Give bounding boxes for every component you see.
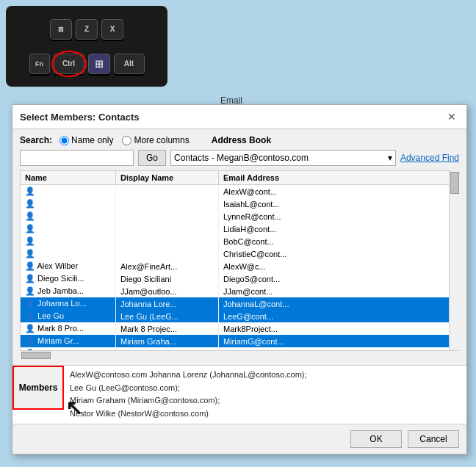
person-icon: 👤 (25, 249, 35, 258)
table-row[interactable]: 👤AlexW@cont... (21, 185, 459, 198)
cell-email: Mark8Project... (219, 322, 459, 335)
col-email: Email Address (219, 171, 459, 185)
cell-email: AlexW@c... (219, 260, 459, 272)
key-alt: Alt (114, 54, 145, 74)
ok-button[interactable]: OK (350, 430, 402, 448)
key-symbol: ⊠ (50, 19, 72, 40)
table-row[interactable]: 👤 Mark 8 Pro...Mark 8 Projec...Mark8Proj… (21, 322, 459, 335)
cell-display: Miriam Graha... (116, 335, 219, 347)
horizontal-scrollbar[interactable] (20, 350, 459, 359)
cell-display (116, 185, 219, 198)
contacts-table-wrapper: Name Display Name Email Address 👤AlexW@c… (20, 170, 459, 350)
cell-display: Lee Gu (LeeG... (116, 310, 219, 322)
person-icon: 👤 (25, 311, 35, 320)
cursor-arrow-icon: ↖ (65, 396, 82, 420)
cell-display: Nestor Wilke (... (116, 347, 219, 350)
table-row[interactable]: 👤 Miriam Gr...Miriam Graha...MiriamG@con… (21, 335, 459, 347)
cell-email: LidiaH@cont... (219, 222, 459, 235)
members-line4: Nestor Wilke (NestorW@contoso.com) (70, 409, 209, 418)
members-line3: Miriam Graham (MiriamG@contoso.com); (70, 396, 220, 405)
person-icon: 👤 (25, 336, 35, 345)
dialog-body: Search: Name only More columns Address B… (12, 129, 466, 365)
table-row[interactable]: 👤LynneR@cont... (21, 210, 459, 222)
cell-display: Alex@FineArt... (116, 260, 219, 272)
address-book-label: Address Book (212, 135, 271, 145)
search-controls: Go Contacts - MeganB@contoso.com ▾ Advan… (20, 150, 459, 166)
person-icon: 👤 (25, 211, 35, 220)
person-icon: 👤 (25, 299, 35, 308)
close-button[interactable]: ✕ (444, 109, 459, 124)
dropdown-arrow-icon: ▾ (388, 153, 392, 163)
key-z: Z (76, 19, 98, 40)
contacts-table: Name Display Name Email Address 👤AlexW@c… (20, 170, 459, 350)
dialog-footer: OK Cancel (12, 424, 466, 454)
table-row[interactable]: 👤 Diego Sicili...Diego SicilianiDiegoS@c… (21, 272, 459, 285)
radio-more-columns-input[interactable] (122, 136, 131, 145)
table-row[interactable]: 👤IsaiahL@cont... (21, 198, 459, 210)
cell-name: 👤 Diego Sicili... (21, 272, 116, 285)
cell-email: IsaiahL@cont... (219, 198, 459, 210)
person-icon: 👤 (25, 286, 35, 295)
cell-email: JJam@cont... (219, 285, 459, 297)
select-members-dialog: Select Members: Contacts ✕ Search: Name … (12, 104, 467, 455)
cell-name: 👤 Miriam Gr... (21, 335, 116, 347)
cell-name: 👤 Mark 8 Pro... (21, 322, 116, 335)
cell-email: NestorW@cont... (219, 347, 459, 350)
key-ctrl: Ctrl (54, 54, 84, 74)
person-icon: 👤 (25, 199, 35, 208)
table-row[interactable]: 👤ChristieC@cont... (21, 247, 459, 260)
key-x: X (101, 19, 123, 40)
cell-display (116, 198, 219, 210)
members-button[interactable]: Members (12, 366, 64, 410)
cell-display: Diego Siciliani (116, 272, 219, 285)
cell-display (116, 210, 219, 222)
table-row[interactable]: 👤 Nestor Wil...Nestor Wilke (...NestorW@… (21, 347, 459, 350)
cell-name: 👤 Jeb Jamba... (21, 285, 116, 297)
table-row[interactable]: 👤LidiaH@cont... (21, 222, 459, 235)
radio-more-columns[interactable]: More columns (122, 135, 189, 145)
cell-name: 👤 (21, 210, 116, 222)
cell-name: 👤 Johanna Lo... (21, 297, 116, 310)
table-row[interactable]: 👤BobC@cont... (21, 235, 459, 247)
col-name: Name (21, 171, 116, 185)
person-icon: 👤 (25, 274, 35, 283)
person-icon: 👤 (25, 187, 35, 195)
go-button[interactable]: Go (138, 150, 166, 166)
cell-name: 👤 Lee Gu (21, 310, 116, 322)
col-display-name: Display Name (116, 171, 219, 185)
person-icon: 👤 (25, 324, 35, 333)
scrollbar-thumb[interactable] (450, 172, 459, 194)
table-row[interactable]: 👤 Jeb Jamba...JJam@outloo...JJam@cont... (21, 285, 459, 297)
table-row[interactable]: 👤 Lee GuLee Gu (LeeG...LeeG@cont... (21, 310, 459, 322)
search-label: Search: (20, 135, 52, 145)
search-row: Search: Name only More columns Address B… (20, 135, 459, 145)
key-win: ⊞ (88, 54, 110, 74)
table-row[interactable]: 👤 Johanna Lo...Johanna Lore...JohannaL@c… (21, 297, 459, 310)
bottom-section: Members AlexW@contoso.com Johanna Lorenz… (12, 365, 466, 424)
table-row[interactable]: 👤 Alex WilberAlex@FineArt...AlexW@c... (21, 260, 459, 272)
members-content: AlexW@contoso.com Johanna Lorenz (Johann… (64, 366, 466, 424)
cell-email: LeeG@cont... (219, 310, 459, 322)
person-icon: 👤 (25, 236, 35, 245)
cell-display (116, 222, 219, 235)
radio-name-only[interactable]: Name only (60, 135, 113, 145)
address-book-dropdown[interactable]: Contacts - MeganB@contoso.com ▾ (170, 150, 396, 166)
radio-group: Name only More columns (60, 135, 190, 145)
cell-name: 👤 (21, 247, 116, 260)
cell-email: JohannaL@cont... (219, 297, 459, 310)
person-icon: 👤 (25, 224, 35, 233)
cell-display (116, 235, 219, 247)
horiz-scrollbar-thumb[interactable] (21, 352, 51, 359)
cell-display: Johanna Lore... (116, 297, 219, 310)
vertical-scrollbar[interactable] (449, 170, 459, 350)
search-input[interactable] (20, 150, 134, 166)
cell-display: Mark 8 Projec... (116, 322, 219, 335)
advanced-find-link[interactable]: Advanced Find (400, 153, 459, 163)
cancel-button[interactable]: Cancel (408, 430, 459, 448)
cell-name: 👤 (21, 185, 116, 198)
members-line2: Lee Gu (LeeG@contoso.com); (70, 383, 180, 392)
cell-name: 👤 Nestor Wil... (21, 347, 116, 350)
members-line1: AlexW@contoso.com Johanna Lorenz (Johann… (70, 370, 307, 379)
radio-name-only-input[interactable] (60, 136, 69, 145)
cell-email: MiriamG@cont... (219, 335, 459, 347)
